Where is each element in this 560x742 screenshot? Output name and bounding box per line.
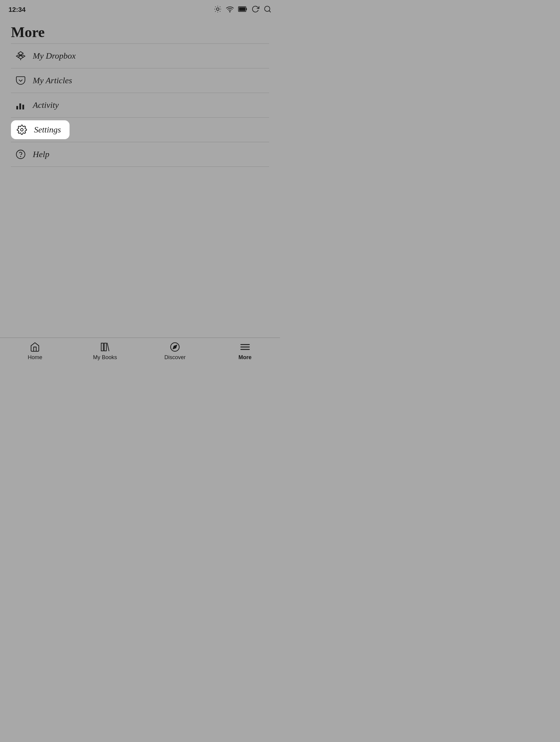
- svg-line-4: [220, 11, 220, 11]
- svg-point-0: [217, 8, 219, 10]
- menu-item-dropbox-inner: My Dropbox: [11, 47, 82, 65]
- svg-rect-12: [239, 7, 245, 11]
- svg-marker-24: [173, 345, 177, 349]
- menu-item-articles[interactable]: My Articles: [0, 68, 280, 93]
- menu-item-activity-inner: Activity: [11, 96, 65, 114]
- menu-item-activity[interactable]: Activity: [0, 93, 280, 117]
- dropbox-label: My Dropbox: [33, 51, 76, 61]
- nav-item-more[interactable]: More: [230, 341, 260, 361]
- settings-label: Settings: [34, 125, 61, 135]
- nav-item-home[interactable]: Home: [20, 341, 50, 361]
- svg-rect-17: [22, 105, 24, 110]
- articles-label: My Articles: [33, 76, 72, 86]
- page-title-section: More: [0, 18, 280, 44]
- battery-icon: [238, 6, 247, 14]
- bar-chart-icon: [15, 100, 26, 110]
- bottom-nav: Home My Books Discover: [0, 337, 280, 371]
- svg-point-19: [16, 150, 25, 159]
- menu-list: My Dropbox My Articles: [0, 44, 280, 167]
- svg-rect-22: [104, 343, 106, 351]
- pocket-icon: [15, 75, 26, 86]
- gear-icon: [16, 124, 27, 135]
- books-icon: [100, 341, 111, 353]
- status-bar: 12:34: [0, 0, 280, 18]
- svg-line-8: [220, 6, 220, 7]
- svg-line-14: [269, 11, 271, 12]
- wifi-icon: [226, 5, 234, 14]
- help-label: Help: [33, 150, 49, 159]
- status-time: 12:34: [8, 6, 25, 14]
- menu-item-dropbox[interactable]: My Dropbox: [0, 44, 280, 68]
- page-title: More: [11, 24, 269, 40]
- dropbox-icon: [15, 51, 26, 61]
- svg-point-18: [21, 128, 23, 131]
- nav-discover-label: Discover: [164, 354, 185, 361]
- sync-icon: [251, 5, 259, 14]
- menu-icon: [240, 341, 250, 353]
- home-icon: [30, 341, 40, 353]
- menu-item-articles-inner: My Articles: [11, 72, 78, 89]
- menu-item-settings-inner: Settings: [11, 120, 69, 139]
- menu-item-help[interactable]: Help: [0, 142, 280, 166]
- menu-item-help-inner: Help: [11, 146, 55, 163]
- divider-5: [11, 166, 269, 167]
- svg-rect-16: [19, 103, 21, 109]
- svg-rect-15: [16, 106, 18, 109]
- nav-item-discover[interactable]: Discover: [160, 341, 190, 361]
- menu-item-settings[interactable]: Settings: [0, 118, 280, 142]
- svg-rect-21: [101, 343, 103, 351]
- nav-item-mybooks[interactable]: My Books: [90, 341, 120, 361]
- nav-more-label: More: [238, 354, 251, 361]
- svg-line-3: [215, 6, 216, 7]
- search-icon[interactable]: [264, 5, 272, 14]
- svg-line-7: [215, 11, 216, 11]
- brightness-icon: [214, 5, 222, 14]
- svg-rect-11: [246, 8, 247, 10]
- nav-home-label: Home: [27, 354, 42, 361]
- compass-icon: [169, 341, 180, 353]
- activity-label: Activity: [33, 100, 59, 110]
- status-icons: [214, 5, 272, 14]
- help-icon: [15, 149, 26, 160]
- nav-mybooks-label: My Books: [93, 354, 117, 361]
- svg-point-9: [230, 11, 230, 12]
